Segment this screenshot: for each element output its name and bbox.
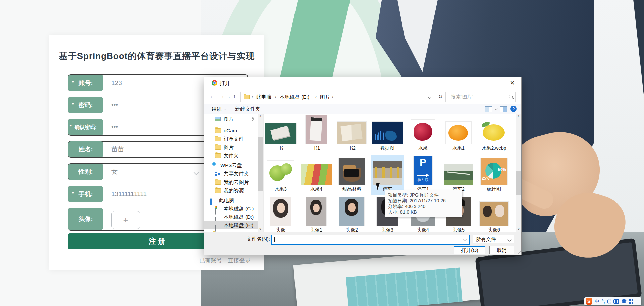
back-button[interactable]: ← [210, 93, 215, 100]
address-bar: ← → ⌄ ↑ › 此电脑 › 本地磁盘 (E:) › 图片 › ↻ 搜索"图片… [204, 89, 521, 104]
file-grid-scrollbar-thumb[interactable] [516, 171, 521, 195]
tooltip-date: 拍摄日期: 2017/11/27 10:26 [388, 198, 459, 204]
keyboard-icon[interactable] [613, 299, 619, 304]
chevron-down-icon [223, 107, 227, 111]
file-thumbnail [480, 202, 508, 226]
sidebar-item-my-cloud-pictures[interactable]: 我的云图片 [204, 178, 263, 186]
file-thumbnail [337, 122, 366, 144]
folder-icon [215, 188, 221, 193]
chevron-down-icon[interactable] [463, 238, 467, 241]
file-item[interactable]: 甜品材料 [335, 155, 369, 195]
gender-select[interactable]: 女 [111, 164, 118, 180]
breadcrumb[interactable]: › 此电脑 › 本地磁盘 (E:) › 图片 › [240, 92, 434, 102]
forward-button[interactable]: → [219, 93, 225, 100]
file-item[interactable]: 停车2 [442, 155, 475, 195]
search-placeholder: 搜索"图片" [451, 94, 473, 100]
login-link[interactable]: 已有账号，直接登录 [199, 257, 251, 264]
file-item[interactable]: 头像6 [477, 196, 511, 232]
breadcrumb-pictures[interactable]: 图片 [320, 94, 330, 100]
sidebar-item-drive-e[interactable]: 本地磁盘 (E:) [204, 221, 263, 230]
skin-icon[interactable] [622, 299, 627, 303]
scroll-down-icon[interactable]: ∨ [516, 226, 521, 232]
file-item[interactable]: 水果2.webp [477, 114, 511, 154]
file-thumbnail [265, 123, 296, 144]
phone-label: * 手机: [68, 186, 103, 202]
sidebar-item-ocam[interactable]: oCam [204, 126, 263, 135]
filename-label: 文件名(N): [224, 236, 270, 242]
file-info-tooltip: 项目类型: JPG 图片文件 拍摄日期: 2017/11/27 10:26 分辨… [385, 190, 462, 217]
up-button[interactable]: ↑ [233, 93, 236, 100]
file-item[interactable]: P 停车场 停车1 [406, 155, 440, 195]
organize-menu[interactable]: 组织 [212, 106, 226, 112]
scroll-up-icon[interactable]: ∧ [516, 114, 521, 119]
search-box[interactable]: 搜索"图片" [448, 92, 516, 102]
folder-icon [215, 153, 221, 158]
cancel-button[interactable]: 取消 [489, 246, 514, 254]
file-item-selected[interactable]: 停车 [371, 155, 404, 195]
parking-sign-arrow [417, 175, 428, 176]
view-mode-icon[interactable] [485, 106, 492, 112]
file-item[interactable]: 水果3 [264, 155, 298, 195]
file-item[interactable]: 水果 [406, 114, 440, 154]
file-thumbnail [339, 158, 365, 185]
sidebar-item-this-pc[interactable]: 此电脑 [204, 196, 263, 204]
sidebar-item-order-files[interactable]: 订单文件 [204, 135, 263, 143]
file-thumbnail [306, 197, 326, 226]
page-title: 基于SpringBoot的体育赛事直播平台设计与实现 [49, 50, 264, 62]
scroll-up-icon[interactable]: ∧ [258, 114, 263, 119]
file-item[interactable]: 头像2 [335, 196, 369, 232]
file-grid-scrollbar[interactable]: ∧ ∨ [516, 114, 521, 232]
required-star: * [72, 191, 74, 196]
sidebar-item-wps-cloud[interactable]: WPS云盘 [204, 161, 263, 169]
view-mode-chevron-icon[interactable] [495, 107, 498, 110]
breadcrumb-this-pc[interactable]: 此电脑 [256, 94, 271, 100]
close-icon[interactable]: ✕ [508, 79, 517, 87]
file-item[interactable]: 水果4 [300, 155, 333, 195]
sidebar-item-shared-folder[interactable]: 共享文件夹 [204, 170, 263, 178]
phone-input[interactable]: 13111111111 [111, 186, 147, 202]
new-folder-button[interactable]: 新建文件夹 [235, 106, 260, 112]
preview-pane-icon[interactable] [500, 106, 507, 112]
name-input[interactable]: 苗苗 [111, 142, 124, 157]
sidebar-item-pictures-library[interactable]: 图片 [204, 115, 263, 123]
open-button[interactable]: 打开(O) [454, 246, 485, 254]
filetype-select[interactable]: 所有文件 [473, 235, 514, 243]
sidebar-item-drive-c[interactable]: 本地磁盘 (C:) [204, 205, 263, 213]
file-item[interactable]: 书 [264, 114, 298, 154]
avatar-upload-button[interactable]: + [111, 211, 140, 229]
sogou-logo-icon[interactable]: S [586, 298, 592, 305]
ime-toolbar[interactable]: S 中 °, [584, 297, 641, 305]
filename-input[interactable] [271, 235, 470, 245]
sidebar-item-my-resources[interactable]: 我的资源 [204, 187, 263, 195]
dialog-titlebar[interactable]: 打开 ✕ [204, 77, 521, 89]
account-input[interactable]: 123 [111, 75, 122, 91]
address-dropdown-icon[interactable] [428, 95, 431, 99]
file-item[interactable]: 水果1 [442, 114, 475, 154]
file-item[interactable]: 50% 25% 统计图 [477, 155, 511, 195]
open-file-dialog: 打开 ✕ ← → ⌄ ↑ › 此电脑 › 本地磁盘 (E:) › 图片 › ↻ … [204, 76, 522, 255]
breadcrumb-drive-e[interactable]: 本地磁盘 (E:) [280, 94, 309, 100]
file-item[interactable]: 头像 [264, 196, 298, 232]
password-input[interactable]: ••• [111, 97, 118, 113]
ime-mode-chinese[interactable]: 中 [595, 298, 599, 304]
sidebar-item-drive-d[interactable]: 本地磁盘 (D:) [204, 213, 263, 221]
help-icon[interactable]: ? [510, 106, 517, 112]
toolbox-icon[interactable] [629, 299, 633, 304]
sidebar-scrollbar-thumb[interactable] [258, 137, 263, 191]
sidebar-item-folder[interactable]: 文件夹 [204, 152, 263, 160]
confirm-password-input[interactable]: ••• [111, 119, 118, 135]
search-icon[interactable] [509, 95, 513, 98]
file-item[interactable]: 头像1 [300, 196, 333, 232]
refresh-button[interactable]: ↻ [435, 92, 446, 102]
resize-grip[interactable] [517, 251, 521, 254]
file-item[interactable]: 书1 [300, 114, 333, 154]
history-chevron-icon[interactable]: ⌄ [228, 94, 231, 99]
gender-label: 性别: [68, 164, 103, 180]
file-item[interactable]: 数据图 [371, 114, 404, 154]
sidebar-item-pictures-folder[interactable]: 图片 [204, 143, 263, 151]
file-thumbnail [339, 197, 364, 226]
scroll-down-icon[interactable]: ∨ [258, 226, 263, 232]
ime-punctuation[interactable]: °, [602, 299, 605, 304]
microphone-icon[interactable] [607, 299, 611, 304]
file-item[interactable]: 书2 [335, 114, 369, 154]
